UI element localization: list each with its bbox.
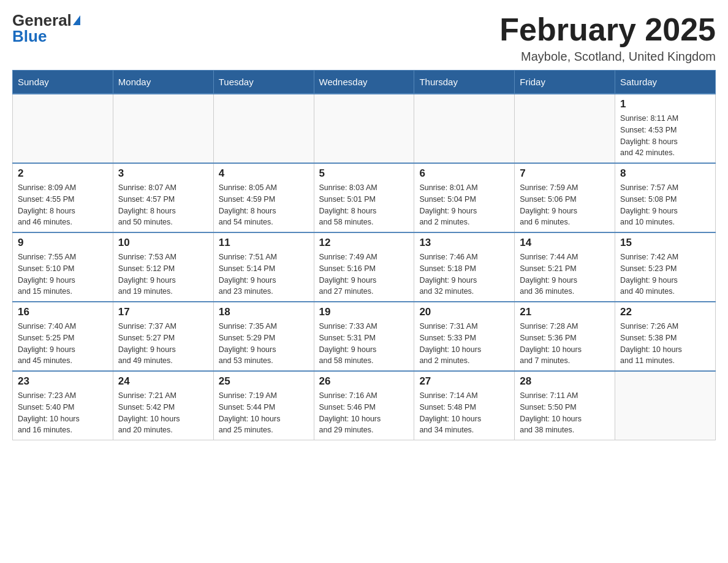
calendar-cell <box>615 371 716 440</box>
day-number: 22 <box>620 306 710 318</box>
calendar-cell: 9Sunrise: 7:55 AM Sunset: 5:10 PM Daylig… <box>13 232 113 302</box>
calendar-header: SundayMondayTuesdayWednesdayThursdayFrid… <box>13 71 716 94</box>
day-info: Sunrise: 8:09 AM Sunset: 4:55 PM Dayligh… <box>18 182 108 228</box>
calendar-cell: 7Sunrise: 7:59 AM Sunset: 5:06 PM Daylig… <box>515 163 615 232</box>
calendar-cell <box>213 94 314 163</box>
month-title: February 2025 <box>499 12 716 47</box>
weekday-header-tuesday: Tuesday <box>213 71 314 94</box>
calendar-cell: 6Sunrise: 8:01 AM Sunset: 5:04 PM Daylig… <box>414 163 515 232</box>
calendar-cell: 1Sunrise: 8:11 AM Sunset: 4:53 PM Daylig… <box>615 94 716 163</box>
calendar-cell: 2Sunrise: 8:09 AM Sunset: 4:55 PM Daylig… <box>13 163 113 232</box>
day-number: 11 <box>219 237 309 249</box>
calendar-cell: 26Sunrise: 7:16 AM Sunset: 5:46 PM Dayli… <box>314 371 414 440</box>
day-number: 19 <box>319 306 409 318</box>
weekday-header-friday: Friday <box>515 71 615 94</box>
day-info: Sunrise: 7:49 AM Sunset: 5:16 PM Dayligh… <box>319 251 409 297</box>
calendar-cell <box>13 94 113 163</box>
logo-general: General <box>12 12 72 28</box>
weekday-header-sunday: Sunday <box>13 71 113 94</box>
day-number: 17 <box>118 306 208 318</box>
day-info: Sunrise: 7:23 AM Sunset: 5:40 PM Dayligh… <box>18 390 108 436</box>
day-number: 14 <box>520 237 610 249</box>
day-number: 18 <box>219 306 309 318</box>
calendar-week-5: 23Sunrise: 7:23 AM Sunset: 5:40 PM Dayli… <box>13 371 716 440</box>
calendar-cell: 23Sunrise: 7:23 AM Sunset: 5:40 PM Dayli… <box>13 371 113 440</box>
calendar-week-2: 2Sunrise: 8:09 AM Sunset: 4:55 PM Daylig… <box>13 163 716 232</box>
calendar-cell: 25Sunrise: 7:19 AM Sunset: 5:44 PM Dayli… <box>213 371 314 440</box>
calendar-cell: 3Sunrise: 8:07 AM Sunset: 4:57 PM Daylig… <box>113 163 213 232</box>
weekday-header-thursday: Thursday <box>414 71 515 94</box>
day-number: 21 <box>520 306 610 318</box>
calendar-cell: 11Sunrise: 7:51 AM Sunset: 5:14 PM Dayli… <box>213 232 314 302</box>
calendar-cell: 16Sunrise: 7:40 AM Sunset: 5:25 PM Dayli… <box>13 302 113 371</box>
calendar-cell <box>314 94 414 163</box>
day-number: 27 <box>419 375 509 388</box>
weekday-header-saturday: Saturday <box>615 71 716 94</box>
day-info: Sunrise: 8:11 AM Sunset: 4:53 PM Dayligh… <box>620 113 710 159</box>
calendar-week-4: 16Sunrise: 7:40 AM Sunset: 5:25 PM Dayli… <box>13 302 716 371</box>
logo-blue: Blue <box>12 28 47 44</box>
day-number: 16 <box>18 306 108 318</box>
day-info: Sunrise: 7:19 AM Sunset: 5:44 PM Dayligh… <box>219 390 309 436</box>
day-info: Sunrise: 7:21 AM Sunset: 5:42 PM Dayligh… <box>118 390 208 436</box>
day-number: 13 <box>419 237 509 249</box>
calendar-cell: 15Sunrise: 7:42 AM Sunset: 5:23 PM Dayli… <box>615 232 716 302</box>
day-info: Sunrise: 7:42 AM Sunset: 5:23 PM Dayligh… <box>620 251 710 297</box>
day-number: 23 <box>18 375 108 388</box>
day-number: 1 <box>620 98 710 110</box>
calendar-cell: 14Sunrise: 7:44 AM Sunset: 5:21 PM Dayli… <box>515 232 615 302</box>
day-info: Sunrise: 7:16 AM Sunset: 5:46 PM Dayligh… <box>319 390 409 436</box>
calendar-week-3: 9Sunrise: 7:55 AM Sunset: 5:10 PM Daylig… <box>13 232 716 302</box>
calendar-cell <box>515 94 615 163</box>
day-number: 8 <box>620 167 710 180</box>
day-info: Sunrise: 7:35 AM Sunset: 5:29 PM Dayligh… <box>219 321 309 367</box>
day-info: Sunrise: 7:14 AM Sunset: 5:48 PM Dayligh… <box>419 390 509 436</box>
calendar-cell: 17Sunrise: 7:37 AM Sunset: 5:27 PM Dayli… <box>113 302 213 371</box>
calendar-cell: 27Sunrise: 7:14 AM Sunset: 5:48 PM Dayli… <box>414 371 515 440</box>
calendar-cell: 8Sunrise: 7:57 AM Sunset: 5:08 PM Daylig… <box>615 163 716 232</box>
day-number: 15 <box>620 237 710 249</box>
title-area: February 2025 Maybole, Scotland, United … <box>499 12 716 64</box>
day-number: 6 <box>419 167 509 180</box>
calendar-cell: 18Sunrise: 7:35 AM Sunset: 5:29 PM Dayli… <box>213 302 314 371</box>
day-info: Sunrise: 7:11 AM Sunset: 5:50 PM Dayligh… <box>520 390 610 436</box>
weekday-header-monday: Monday <box>113 71 213 94</box>
day-info: Sunrise: 8:01 AM Sunset: 5:04 PM Dayligh… <box>419 182 509 228</box>
day-number: 3 <box>118 167 208 180</box>
day-info: Sunrise: 7:53 AM Sunset: 5:12 PM Dayligh… <box>118 251 208 297</box>
calendar-week-1: 1Sunrise: 8:11 AM Sunset: 4:53 PM Daylig… <box>13 94 716 163</box>
calendar-cell: 24Sunrise: 7:21 AM Sunset: 5:42 PM Dayli… <box>113 371 213 440</box>
calendar-cell: 10Sunrise: 7:53 AM Sunset: 5:12 PM Dayli… <box>113 232 213 302</box>
day-info: Sunrise: 7:55 AM Sunset: 5:10 PM Dayligh… <box>18 251 108 297</box>
day-info: Sunrise: 8:07 AM Sunset: 4:57 PM Dayligh… <box>118 182 208 228</box>
calendar-body: 1Sunrise: 8:11 AM Sunset: 4:53 PM Daylig… <box>13 94 716 440</box>
calendar-cell: 12Sunrise: 7:49 AM Sunset: 5:16 PM Dayli… <box>314 232 414 302</box>
day-number: 10 <box>118 237 208 249</box>
calendar-cell: 20Sunrise: 7:31 AM Sunset: 5:33 PM Dayli… <box>414 302 515 371</box>
location: Maybole, Scotland, United Kingdom <box>499 50 716 64</box>
calendar-cell: 13Sunrise: 7:46 AM Sunset: 5:18 PM Dayli… <box>414 232 515 302</box>
day-info: Sunrise: 7:28 AM Sunset: 5:36 PM Dayligh… <box>520 321 610 367</box>
day-number: 20 <box>419 306 509 318</box>
calendar-cell: 4Sunrise: 8:05 AM Sunset: 4:59 PM Daylig… <box>213 163 314 232</box>
day-number: 5 <box>319 167 409 180</box>
logo: General Blue <box>12 12 80 44</box>
day-number: 2 <box>18 167 108 180</box>
calendar-cell <box>414 94 515 163</box>
logo-triangle-icon <box>73 15 80 25</box>
day-number: 4 <box>219 167 309 180</box>
day-info: Sunrise: 8:05 AM Sunset: 4:59 PM Dayligh… <box>219 182 309 228</box>
weekday-header-wednesday: Wednesday <box>314 71 414 94</box>
calendar-cell: 5Sunrise: 8:03 AM Sunset: 5:01 PM Daylig… <box>314 163 414 232</box>
day-info: Sunrise: 7:37 AM Sunset: 5:27 PM Dayligh… <box>118 321 208 367</box>
day-info: Sunrise: 7:44 AM Sunset: 5:21 PM Dayligh… <box>520 251 610 297</box>
page-header: General Blue February 2025 Maybole, Scot… <box>12 12 716 64</box>
calendar-cell <box>113 94 213 163</box>
day-info: Sunrise: 7:59 AM Sunset: 5:06 PM Dayligh… <box>520 182 610 228</box>
calendar-table: SundayMondayTuesdayWednesdayThursdayFrid… <box>12 70 716 440</box>
day-number: 24 <box>118 375 208 388</box>
day-info: Sunrise: 7:31 AM Sunset: 5:33 PM Dayligh… <box>419 321 509 367</box>
day-info: Sunrise: 7:33 AM Sunset: 5:31 PM Dayligh… <box>319 321 409 367</box>
calendar-cell: 21Sunrise: 7:28 AM Sunset: 5:36 PM Dayli… <box>515 302 615 371</box>
day-number: 28 <box>520 375 610 388</box>
